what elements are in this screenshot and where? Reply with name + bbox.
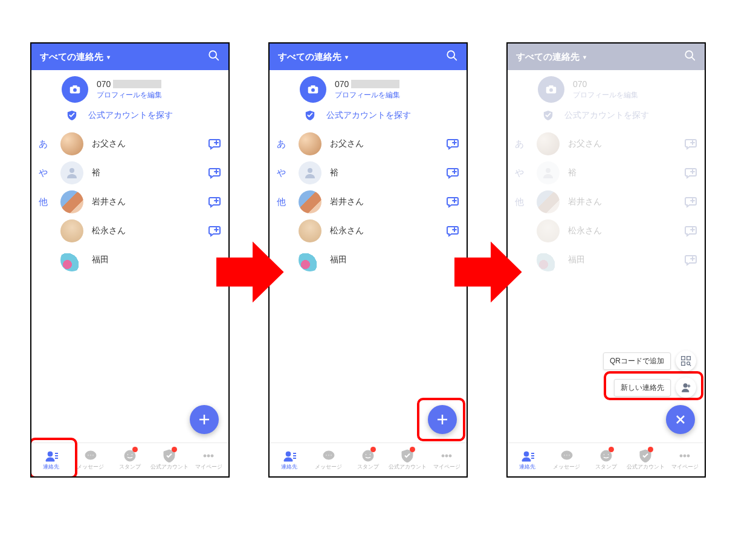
new-chat-icon[interactable]	[208, 195, 221, 209]
nav-tab-mypage[interactable]: マイページ	[189, 443, 228, 476]
my-phone-number: 070	[97, 79, 162, 89]
contacts-icon	[521, 449, 534, 462]
qr-action-label: QRコードで追加	[603, 352, 671, 370]
contact-row: 福田	[515, 245, 697, 274]
svg-marker-34	[216, 242, 284, 303]
bottom-navigation: 連絡先 メッセージ スタンプ 公式アカウント マイページ	[270, 443, 467, 476]
nav-tab-official[interactable]: 公式アカウント	[626, 443, 665, 476]
contact-row[interactable]: あお父さん	[39, 129, 221, 158]
nav-tab-mypage[interactable]: マイページ	[427, 443, 467, 476]
nav-tab-messages[interactable]: メッセージ	[309, 443, 348, 476]
avatar	[299, 161, 321, 184]
contact-name: 裕	[92, 167, 208, 178]
my-profile-row: 070 プロフィールを編集	[508, 70, 705, 104]
fab-add-button[interactable]	[190, 405, 219, 434]
contact-row[interactable]: 松永さん	[277, 216, 459, 245]
nav-tab-stamps[interactable]: スタンプ	[110, 443, 149, 476]
camera-icon	[538, 76, 564, 103]
my-profile-row[interactable]: 070 プロフィールを編集	[31, 70, 228, 104]
search-icon[interactable]	[684, 50, 696, 64]
nav-tab-contacts[interactable]: 連絡先	[270, 443, 309, 476]
fab-expanded-menu: QRコードで追加 新しい連絡先	[603, 351, 696, 398]
contacts-body: 070 プロフィールを編集 公式アカウントを探す あお父さん や裕 他岩井さん …	[31, 70, 228, 443]
new-contact-action-label: 新しい連絡先	[614, 379, 671, 397]
contact-row[interactable]: 他岩井さん	[277, 187, 459, 216]
contact-row[interactable]: 松永さん	[39, 216, 221, 245]
contact-row: 他岩井さん	[515, 187, 697, 216]
edit-profile-link[interactable]: プロフィールを編集	[335, 90, 400, 100]
screen-step-1: すべての連絡先 ▾ 070 プロフィールを編集 公式アカウントを探す あお父さん…	[30, 42, 230, 478]
camera-icon[interactable]	[62, 76, 88, 103]
contact-row[interactable]: や裕	[39, 158, 221, 187]
nav-tab-official[interactable]: 公式アカウント	[150, 443, 189, 476]
chevron-down-icon: ▾	[107, 54, 110, 60]
nav-tab-contacts[interactable]: 連絡先	[508, 443, 547, 476]
new-chat-icon	[684, 137, 697, 151]
new-chat-icon[interactable]	[446, 195, 459, 209]
svg-marker-35	[454, 242, 522, 303]
contact-row[interactable]: 他岩井さん	[39, 187, 221, 216]
official-accounts-label: 公式アカウントを探す	[88, 110, 173, 121]
nav-tab-stamps[interactable]: スタンプ	[586, 443, 625, 476]
avatar	[299, 248, 321, 271]
new-chat-icon[interactable]	[208, 166, 221, 180]
search-icon[interactable]	[208, 50, 220, 64]
my-profile-row[interactable]: 070 プロフィールを編集	[270, 70, 467, 104]
avatar	[60, 190, 83, 213]
contacts-list: あお父さん や裕 他岩井さん 松永さん 福田	[31, 129, 228, 274]
camera-icon[interactable]	[300, 76, 326, 103]
notification-dot	[648, 447, 653, 452]
avatar	[299, 190, 321, 213]
fab-close-button[interactable]	[666, 405, 695, 434]
messages-icon	[84, 449, 97, 462]
contacts-icon	[283, 449, 296, 462]
contact-name: 松永さん	[92, 225, 208, 236]
mypage-icon	[678, 449, 691, 462]
find-official-accounts-row[interactable]: 公式アカウントを探す	[270, 104, 467, 129]
shield-check-icon	[305, 110, 315, 121]
notification-dot	[132, 447, 138, 452]
nav-tab-messages[interactable]: メッセージ	[71, 443, 110, 476]
chevron-down-icon: ▾	[583, 54, 586, 60]
notification-dot	[172, 447, 177, 452]
search-icon[interactable]	[446, 50, 458, 64]
new-chat-icon	[684, 166, 697, 180]
official-accounts-label: 公式アカウントを探す	[326, 110, 411, 121]
fab-add-button[interactable]	[428, 405, 457, 434]
nav-tab-messages[interactable]: メッセージ	[547, 443, 586, 476]
avatar	[60, 132, 83, 155]
nav-tab-stamps[interactable]: スタンプ	[348, 443, 387, 476]
contact-row[interactable]: あお父さん	[277, 129, 459, 158]
contact-row[interactable]: 福田	[39, 245, 221, 274]
edit-profile-link[interactable]: プロフィールを編集	[97, 90, 162, 100]
contact-row[interactable]: 福田	[277, 245, 459, 274]
index-letter: や	[39, 167, 60, 179]
find-official-accounts-row: 公式アカウントを探す	[508, 104, 705, 129]
fab-action-add-by-qr[interactable]: QRコードで追加	[603, 351, 696, 371]
fab-container	[190, 405, 219, 434]
my-phone-number: 070	[573, 79, 638, 89]
chevron-down-icon: ▾	[345, 54, 348, 60]
flow-arrow-icon	[213, 236, 285, 308]
fab-container	[666, 405, 695, 434]
mypage-icon	[202, 449, 215, 462]
redacted-number	[351, 80, 399, 88]
nav-tab-official[interactable]: 公式アカウント	[388, 443, 427, 476]
new-chat-icon[interactable]	[446, 166, 459, 180]
header-title-dropdown[interactable]: すべての連絡先 ▾	[40, 51, 110, 63]
contacts-list: あお父さん や裕 他岩井さん 松永さん 福田	[270, 129, 467, 274]
messages-icon	[560, 449, 573, 462]
find-official-accounts-row[interactable]: 公式アカウントを探す	[31, 104, 228, 129]
header-title-dropdown[interactable]: すべての連絡先 ▾	[516, 51, 586, 63]
notification-dot	[609, 447, 614, 452]
screen-step-3: すべての連絡先 ▾ 070 プロフィールを編集 公式アカウントを探す あお父さん…	[506, 42, 706, 478]
new-chat-icon[interactable]	[446, 137, 459, 151]
fab-action-new-contact[interactable]: 新しい連絡先	[614, 377, 696, 398]
header-title-dropdown[interactable]: すべての連絡先 ▾	[278, 51, 348, 63]
new-chat-icon[interactable]	[208, 137, 221, 151]
nav-tab-contacts[interactable]: 連絡先	[31, 443, 71, 476]
nav-tab-mypage[interactable]: マイページ	[665, 443, 705, 476]
qr-icon	[676, 351, 696, 371]
avatar	[299, 132, 321, 155]
contact-row[interactable]: や裕	[277, 158, 459, 187]
